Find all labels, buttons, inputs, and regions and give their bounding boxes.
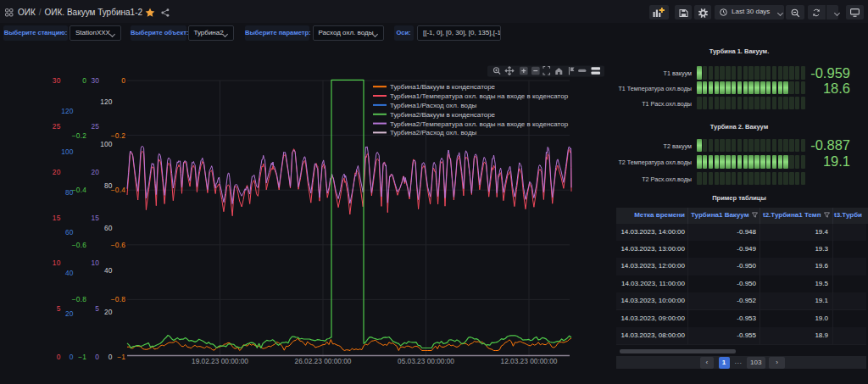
svg-text:20: 20 [53,168,61,176]
svg-text:−1: −1 [78,353,86,361]
svg-text:60: 60 [104,224,113,232]
svg-text:25: 25 [53,122,61,131]
svg-text:−0.6: −0.6 [72,241,86,249]
svg-text:100: 100 [100,140,113,148]
svg-text:15: 15 [53,214,61,222]
svg-text:0: 0 [121,76,125,85]
svg-text:0: 0 [82,76,86,85]
svg-text:120: 120 [61,107,74,115]
svg-text:−1: −1 [117,353,125,361]
svg-text:10: 10 [92,259,100,267]
svg-text:100: 100 [61,147,74,156]
svg-text:60: 60 [65,228,74,237]
svg-text:Турбина2/Вакуум в конденсаторе: Турбина2/Вакуум в конденсаторе [390,111,496,119]
svg-text:05.03.23 00:00:00: 05.03.23 00:00:00 [398,357,454,365]
svg-text:Турбина2/Расход охл. воды: Турбина2/Расход охл. воды [390,129,477,136]
svg-text:12.03.23 00:00:00: 12.03.23 00:00:00 [501,357,558,365]
svg-text:5: 5 [57,304,61,313]
svg-text:5: 5 [95,304,99,313]
svg-text:−0.2: −0.2 [72,131,86,140]
svg-text:40: 40 [104,266,113,275]
svg-text:120: 120 [100,97,113,106]
svg-text:30: 30 [92,76,100,85]
svg-text:0: 0 [70,353,74,361]
svg-text:25: 25 [92,122,100,131]
svg-text:19.02.23 00:00:00: 19.02.23 00:00:00 [192,357,248,365]
svg-text:0: 0 [108,353,113,361]
svg-text:26.02.23 00:00:00: 26.02.23 00:00:00 [295,357,352,365]
svg-text:0: 0 [95,353,99,361]
svg-text:0: 0 [57,353,61,361]
svg-text:Турбина1/Температура охл. воды: Турбина1/Температура охл. воды на входе … [390,92,569,100]
svg-text:15: 15 [92,214,100,222]
svg-text:20: 20 [65,309,74,318]
svg-text:−0.8: −0.8 [72,295,86,303]
svg-text:−0.8: −0.8 [111,295,125,303]
svg-text:−0.4: −0.4 [111,186,125,194]
svg-text:Турбина2/Температура охл. воды: Турбина2/Температура охл. воды на входе … [390,120,569,128]
svg-text:40: 40 [65,269,74,277]
svg-text:30: 30 [53,76,61,85]
svg-text:10: 10 [53,259,61,267]
svg-text:Турбина1/Вакуум в конденсаторе: Турбина1/Вакуум в конденсаторе [390,83,496,91]
svg-text:−0.4: −0.4 [72,186,86,194]
svg-text:20: 20 [104,308,113,316]
svg-text:−0.2: −0.2 [111,131,125,140]
svg-text:Турбина1/Расход охл. воды: Турбина1/Расход охл. воды [390,102,477,109]
svg-text:20: 20 [92,168,100,176]
svg-text:−0.6: −0.6 [111,241,125,249]
